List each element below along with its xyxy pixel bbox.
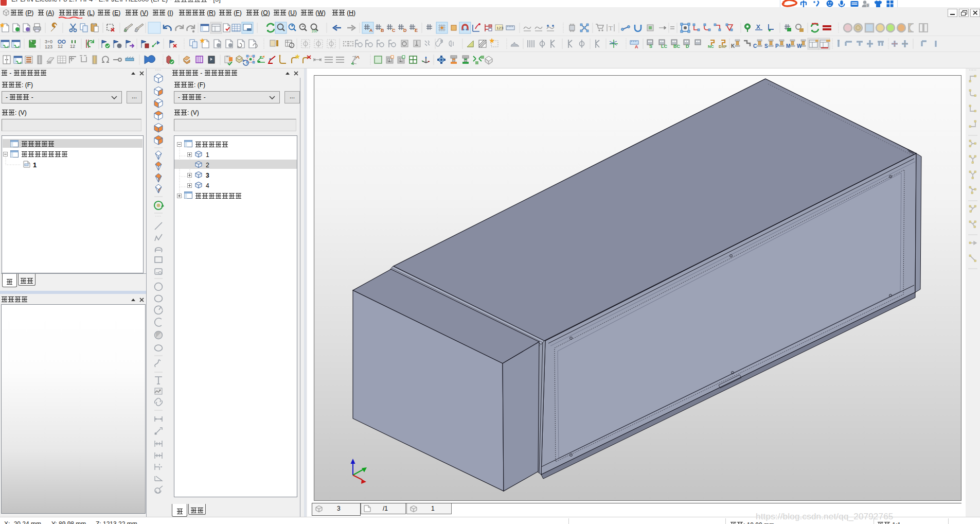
svg-text:9: 9 — [867, 4, 869, 7]
svg-text:A: A — [369, 28, 373, 33]
svg-text:D: D — [403, 28, 407, 33]
svg-text:12: 12 — [70, 44, 75, 49]
svg-text:C: C — [392, 28, 396, 33]
svg-text:W: W — [797, 43, 802, 49]
svg-text:T: T — [609, 24, 613, 32]
svg-text:123: 123 — [496, 26, 504, 30]
svg-text:NC: NC — [708, 44, 714, 49]
svg-text:M: M — [786, 43, 790, 49]
svg-text:123: 123 — [45, 44, 52, 49]
svg-text:12: 12 — [58, 44, 63, 49]
svg-text:C: C — [753, 43, 757, 49]
svg-text:S: S — [649, 44, 652, 49]
svg-text:3÷0: 3÷0 — [45, 39, 52, 44]
svg-text:BC: BC — [673, 44, 680, 49]
svg-text:LC: LC — [661, 44, 667, 49]
svg-text:P: P — [775, 43, 779, 49]
svg-text:DXF: DXF — [719, 44, 727, 49]
svg-text:S: S — [764, 43, 768, 49]
svg-text:D: D — [686, 44, 689, 49]
svg-text:E: E — [415, 28, 418, 33]
svg-text:K: K — [731, 43, 735, 49]
svg-text:100: 100 — [312, 29, 317, 33]
svg-text:B: B — [381, 28, 384, 33]
svg-text:A: A — [635, 44, 638, 49]
